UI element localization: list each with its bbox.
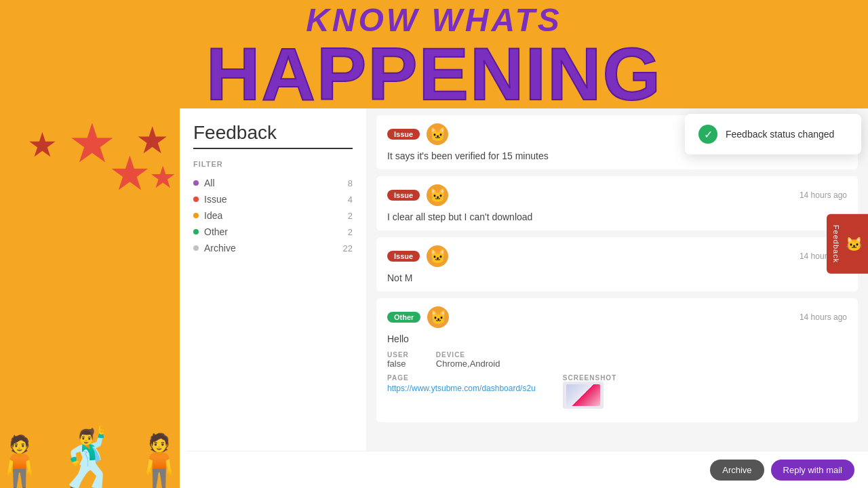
filter-issue[interactable]: Issue 4 — [193, 191, 353, 207]
filter-all-count: 8 — [348, 178, 353, 188]
screenshot-preview — [566, 384, 600, 406]
time-4: 14 hours ago — [800, 312, 847, 322]
time-2: 14 hours ago — [800, 190, 847, 200]
filter-issue-count: 4 — [348, 195, 353, 205]
filter-all[interactable]: All 8 — [193, 175, 353, 191]
other-card-details: USER false DEVICE Chrome,Android PAGE ht… — [387, 351, 847, 409]
page-url[interactable]: https://www.ytsubme.com/dashboard/s2u — [387, 384, 536, 393]
avatar-2: 🐱 — [427, 184, 448, 206]
toast-check-icon: ✓ — [698, 125, 717, 144]
dot-other — [193, 229, 199, 235]
star-3: ★ — [108, 146, 151, 201]
dot-issue — [193, 197, 199, 202]
avatar-4: 🐱 — [427, 306, 449, 328]
deco-area: ★ ★ ★ ★ ★ 🧍 🧍 🕺 🧍 🕺 — [0, 105, 180, 488]
filter-other[interactable]: Other 2 — [193, 224, 353, 240]
sidebar-title: Feedback — [193, 122, 353, 149]
filter-idea-count: 2 — [348, 211, 353, 221]
card-body-2: I clear all step but I can't download — [387, 211, 847, 222]
device-value: Chrome,Android — [436, 359, 500, 369]
page-label: PAGE — [387, 374, 536, 382]
side-tab-emoji: 🐱 — [846, 236, 863, 252]
side-feedback-tab[interactable]: 🐱 Feedback — [827, 214, 868, 274]
happening-text: HAPPENING — [206, 37, 662, 111]
filter-all-label: All — [204, 178, 215, 188]
card-body-4: Hello — [387, 333, 847, 344]
dot-archive — [193, 245, 199, 251]
star-2: ★ — [27, 125, 58, 165]
filter-label: FILTER — [193, 160, 353, 168]
user-value: false — [387, 359, 409, 369]
toast-message: Feedback status changed — [726, 129, 834, 140]
badge-other-4: Other — [387, 312, 420, 323]
filter-issue-label: Issue — [204, 194, 226, 205]
feedback-list: Issue 🐱 It says it's been verified for 1… — [366, 108, 868, 488]
filter-idea-label: Idea — [204, 210, 222, 221]
device-label: DEVICE — [436, 351, 500, 359]
screenshot-thumb — [563, 382, 604, 409]
main-container: Feedback FILTER All 8 Issue 4 Idea 2 — [180, 108, 868, 488]
filter-other-label: Other — [204, 226, 228, 237]
user-label: USER — [387, 351, 409, 359]
archive-button[interactable]: Archive — [710, 460, 764, 481]
star-4: ★ — [136, 119, 169, 162]
star-5: ★ — [149, 159, 176, 195]
feedback-card-3: Issue 🐱 14 hours ago Not M — [376, 237, 858, 291]
badge-issue-1: Issue — [387, 129, 420, 140]
avatar-1: 🐱 — [427, 123, 448, 145]
person-2: 🧍 — [0, 437, 52, 488]
header-banner: KNOW WHATS HAPPENING — [0, 0, 868, 108]
screenshot-label: SCREENSHOT — [563, 374, 616, 382]
reply-with-mail-button[interactable]: Reply with mail — [771, 460, 854, 481]
card-body-3: Not M — [387, 272, 847, 283]
person-4: 🧍 — [126, 435, 180, 488]
filter-other-count: 2 — [348, 227, 353, 237]
feedback-card-2: Issue 🐱 14 hours ago I clear all step bu… — [376, 176, 858, 230]
action-bar: Archive Reply with mail — [186, 451, 868, 488]
star-1: ★ — [68, 112, 117, 175]
filter-archive-count: 22 — [343, 243, 353, 253]
sidebar: Feedback FILTER All 8 Issue 4 Idea 2 — [180, 108, 366, 488]
toast-notification: ✓ Feedback status changed — [685, 114, 861, 155]
badge-issue-3: Issue — [387, 251, 420, 262]
dot-all — [193, 180, 199, 186]
filter-idea[interactable]: Idea 2 — [193, 207, 353, 224]
person-3: 🕺 — [53, 430, 125, 488]
filter-archive[interactable]: Archive 22 — [193, 240, 353, 256]
avatar-3: 🐱 — [427, 245, 448, 267]
badge-issue-2: Issue — [387, 190, 420, 201]
feedback-card-4: Other 🐱 14 hours ago Hello USER false DE… — [376, 298, 858, 422]
filter-archive-label: Archive — [204, 243, 236, 253]
dot-idea — [193, 213, 199, 218]
side-tab-label: Feedback — [832, 225, 840, 263]
